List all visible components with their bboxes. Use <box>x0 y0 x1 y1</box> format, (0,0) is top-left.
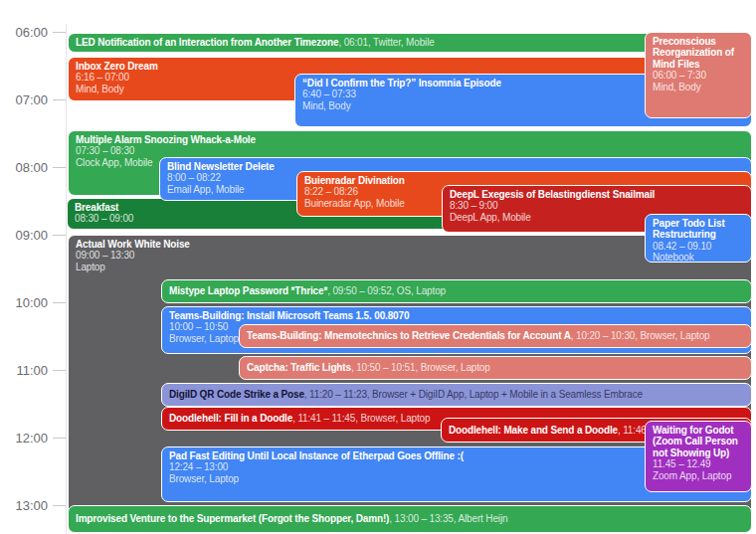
event-title: LED Notification of an Interaction from … <box>76 37 338 49</box>
event-location: Notebook <box>653 252 744 263</box>
event-digiid-qr-code[interactable]: DigiID QR Code Strike a Pose, 11:20 – 11… <box>161 383 752 407</box>
hour-tick <box>53 438 66 439</box>
event-time: 08.42 – 09.10 <box>653 241 744 253</box>
event-location: Zoom App, Laptop <box>653 470 744 482</box>
event-meta: , 10:20 – 10:30, Browser, Laptop <box>571 330 710 342</box>
event-title: Paper Todo List Restructuring <box>653 218 744 241</box>
event-meta: , 13:00 – 13:35, Albert Heijn <box>389 513 507 525</box>
time-label-0700: 07:00 <box>0 92 48 107</box>
hour-tick <box>53 32 66 33</box>
event-meta: , 10:50 – 10:51, Browser, Laptop <box>351 362 490 374</box>
event-time: 06:00 – 7:30 <box>653 70 744 82</box>
event-time: 07:30 – 08:30 <box>76 145 744 157</box>
event-paper-todo-list[interactable]: Paper Todo List Restructuring 08.42 – 09… <box>645 214 752 263</box>
event-title: Captcha: Traffic Lights <box>247 362 351 374</box>
event-location: Laptop <box>76 262 744 273</box>
event-title: Teams-Building: Install Microsoft Teams … <box>169 310 744 322</box>
event-title: Multiple Alarm Snoozing Whack-a-Mole <box>76 134 744 146</box>
event-title: Waiting for Godot (Zoom Call Person not … <box>653 425 744 459</box>
hour-tick <box>53 235 66 236</box>
event-preconscious-reorganization[interactable]: Preconscious Reorganization of Mind File… <box>645 32 752 118</box>
event-title: Doodlehell: Make and Send a Doodle <box>449 425 618 437</box>
time-label-1000: 10:00 <box>0 295 48 310</box>
time-axis-line <box>66 24 67 534</box>
event-time: 8:30 – 9:00 <box>450 200 744 212</box>
time-label-0900: 09:00 <box>0 228 48 243</box>
event-title: DigiID QR Code Strike a Pose <box>169 389 304 401</box>
time-label-1100: 11:00 <box>0 363 48 378</box>
time-label-0800: 08:00 <box>0 160 48 175</box>
time-label-0600: 06:00 <box>0 25 48 40</box>
event-time: 11.45 – 12.49 <box>653 458 744 470</box>
event-meta: , 11:20 – 11:23, Browser + DigiID App, L… <box>304 389 643 401</box>
event-title: Teams-Building: Mnemotechnics to Retriev… <box>247 330 571 342</box>
event-title: DeepL Exegesis of Belastingdienst Snailm… <box>450 189 744 201</box>
time-label-1300: 13:00 <box>0 498 48 513</box>
event-title: Mistype Laptop Password *Thrice* <box>169 285 327 297</box>
calendar-day-view: 06:00 07:00 08:00 09:00 10:00 11:00 12:0… <box>0 0 756 534</box>
event-mistype-laptop-password[interactable]: Mistype Laptop Password *Thrice*, 09:50 … <box>161 279 752 303</box>
hour-tick <box>53 99 66 100</box>
event-waiting-for-godot[interactable]: Waiting for Godot (Zoom Call Person not … <box>645 421 752 492</box>
hour-tick <box>53 505 66 506</box>
event-location: Mind, Body <box>653 82 744 93</box>
hour-tick <box>53 167 66 168</box>
hour-tick <box>53 302 66 303</box>
event-title: Improvised Venture to the Supermarket (F… <box>76 513 389 525</box>
event-improvised-venture-supermarket[interactable]: Improvised Venture to the Supermarket (F… <box>68 505 752 533</box>
event-meta: , 06:01, Twitter, Mobile <box>338 37 434 49</box>
event-meta: , 11:41 – 11:45, Browser, Laptop <box>292 413 430 425</box>
event-captcha-traffic-lights[interactable]: Captcha: Traffic Lights, 10:50 – 10:51, … <box>239 356 752 380</box>
event-title: Preconscious Reorganization of Mind File… <box>653 36 744 71</box>
hour-tick <box>53 370 66 371</box>
event-title: Doodlehell: Fill in a Doodle <box>169 413 292 425</box>
time-label-1200: 12:00 <box>0 431 48 445</box>
event-teams-building-mnemotechnics[interactable]: Teams-Building: Mnemotechnics to Retriev… <box>239 324 752 348</box>
event-meta: , 09:50 – 09:52, OS, Laptop <box>327 285 446 297</box>
